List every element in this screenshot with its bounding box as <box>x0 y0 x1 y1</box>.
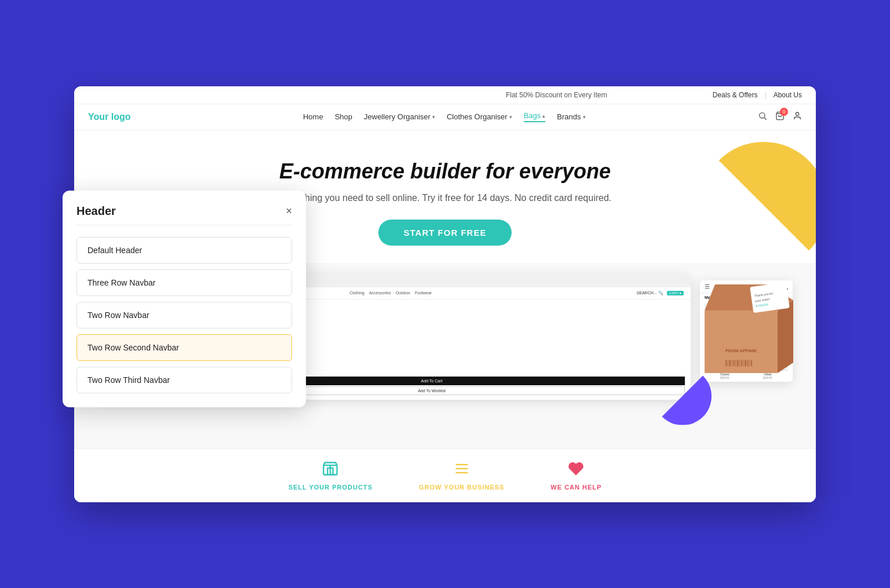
mini-nav-right: SEARCH... 🔍 CART ● <box>637 291 684 295</box>
svg-rect-28 <box>734 360 735 366</box>
nav-brands[interactable]: Brands ▾ <box>557 112 585 121</box>
nav-bags[interactable]: Bags ▴ <box>524 111 546 122</box>
svg-rect-27 <box>732 360 732 366</box>
svg-text:PRISM APPARE: PRISM APPARE <box>725 348 757 353</box>
nav-icons: 0 <box>758 111 802 123</box>
svg-rect-33 <box>743 360 744 366</box>
search-icon[interactable] <box>758 111 767 123</box>
svg-line-1 <box>764 118 767 120</box>
panel-item-2[interactable]: Two Row Navbar <box>76 302 292 328</box>
cta-button[interactable]: START FOR FREE <box>378 220 512 246</box>
svg-rect-38 <box>750 282 790 312</box>
clothes-chevron: ▾ <box>509 114 512 120</box>
feature-sell: SELL YOUR PRODUCTS <box>289 461 373 491</box>
svg-rect-26 <box>729 360 731 366</box>
announcement-right: Deals & Offers | About Us <box>713 91 802 99</box>
svg-rect-37 <box>751 360 752 366</box>
nav-home[interactable]: Home <box>303 112 323 121</box>
hero-title: E-commerce builder for everyone <box>97 159 793 184</box>
panel-close-button[interactable]: × <box>286 205 292 217</box>
box-decoration: PRISM APPARE Thank you for your or <box>694 269 798 385</box>
svg-rect-29 <box>735 360 736 366</box>
svg-rect-31 <box>739 360 740 366</box>
sell-label: SELL YOUR PRODUCTS <box>289 484 373 491</box>
announcement-text: Flat 50% Discount on Every Item <box>400 91 713 99</box>
grow-icon <box>454 461 470 480</box>
svg-rect-35 <box>747 360 749 366</box>
deals-link[interactable]: Deals & Offers <box>713 91 758 99</box>
help-icon <box>568 461 584 480</box>
svg-point-0 <box>760 112 765 118</box>
brands-chevron: ▾ <box>583 114 586 120</box>
features-bar: SELL YOUR PRODUCTS GROW YOUR BUSINESS <box>74 448 816 502</box>
grow-label: GROW YOUR BUSINESS <box>419 484 504 491</box>
left-panel: Header × Default Header Three Row Navbar… <box>63 191 306 407</box>
panel-item-4[interactable]: Two Row Third Navbar <box>76 367 292 393</box>
cart-badge: 0 <box>780 108 788 116</box>
svg-rect-30 <box>737 360 739 366</box>
nav-jewellery[interactable]: Jewellery Organiser ▾ <box>364 112 435 121</box>
feature-help: WE CAN HELP <box>550 461 601 491</box>
help-label: WE CAN HELP <box>550 484 601 491</box>
svg-rect-32 <box>741 360 742 366</box>
svg-rect-36 <box>749 360 750 366</box>
logo: Your logo <box>88 112 130 122</box>
feature-grow: GROW YOUR BUSINESS <box>419 461 504 491</box>
bags-chevron: ▴ <box>542 113 545 119</box>
panel-items: Default Header Three Row Navbar Two Row … <box>76 237 292 393</box>
nav-links: Home Shop Jewellery Organiser ▾ Clothes … <box>149 111 739 122</box>
panel-item-1[interactable]: Three Row Navbar <box>76 269 292 296</box>
panel-divider <box>76 225 292 225</box>
cart-icon[interactable]: 0 <box>775 111 785 123</box>
sell-icon <box>322 461 338 480</box>
panel-item-3[interactable]: Two Row Second Navbar <box>76 334 292 361</box>
panel-title: Header <box>76 204 116 218</box>
svg-rect-34 <box>745 360 746 366</box>
svg-point-3 <box>796 112 798 115</box>
user-icon[interactable] <box>793 111 802 123</box>
navbar: Your logo Home Shop Jewellery Organiser … <box>74 104 816 130</box>
nav-clothes[interactable]: Clothes Organiser ▾ <box>447 112 512 121</box>
nav-shop[interactable]: Shop <box>335 112 352 121</box>
svg-marker-21 <box>778 300 793 373</box>
outer-wrapper: Flat 50% Discount on Every Item Deals & … <box>74 86 816 502</box>
jewellery-chevron: ▾ <box>432 114 435 120</box>
mini-nav-links: Clothing Accessories Outdoor Footwear <box>349 291 432 295</box>
panel-item-0[interactable]: Default Header <box>76 237 292 264</box>
panel-header: Header × <box>76 204 292 218</box>
svg-rect-24 <box>725 360 727 366</box>
announcement-bar: Flat 50% Discount on Every Item Deals & … <box>74 86 816 104</box>
about-link[interactable]: About Us <box>774 91 802 99</box>
svg-rect-25 <box>728 360 728 366</box>
